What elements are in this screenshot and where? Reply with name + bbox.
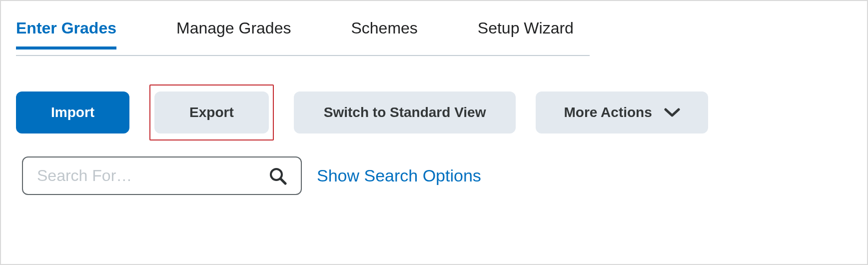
- import-button[interactable]: Import: [16, 92, 129, 134]
- page-container: Enter Grades Manage Grades Schemes Setup…: [0, 0, 868, 265]
- tab-manage-grades[interactable]: Manage Grades: [176, 19, 291, 50]
- tab-divider: [16, 55, 590, 56]
- tab-enter-grades[interactable]: Enter Grades: [16, 19, 116, 50]
- chevron-down-icon: [664, 108, 680, 118]
- search-row: Show Search Options: [1, 156, 867, 195]
- tab-setup-wizard[interactable]: Setup Wizard: [478, 19, 574, 50]
- search-input[interactable]: [37, 166, 269, 185]
- export-button[interactable]: Export: [154, 92, 269, 134]
- tab-schemes[interactable]: Schemes: [351, 19, 417, 50]
- more-actions-label: More Actions: [564, 104, 652, 120]
- action-button-row: Import Export Switch to Standard View Mo…: [1, 84, 867, 140]
- tabs-wrapper: Enter Grades Manage Grades Schemes Setup…: [1, 1, 867, 50]
- switch-view-button[interactable]: Switch to Standard View: [294, 92, 516, 134]
- more-actions-button[interactable]: More Actions: [536, 92, 708, 134]
- search-icon[interactable]: [269, 167, 287, 185]
- export-highlight-box: Export: [149, 84, 274, 140]
- tab-bar: Enter Grades Manage Grades Schemes Setup…: [1, 1, 867, 50]
- show-search-options-link[interactable]: Show Search Options: [317, 166, 481, 186]
- svg-line-1: [281, 179, 285, 184]
- search-input-wrapper[interactable]: [22, 156, 302, 195]
